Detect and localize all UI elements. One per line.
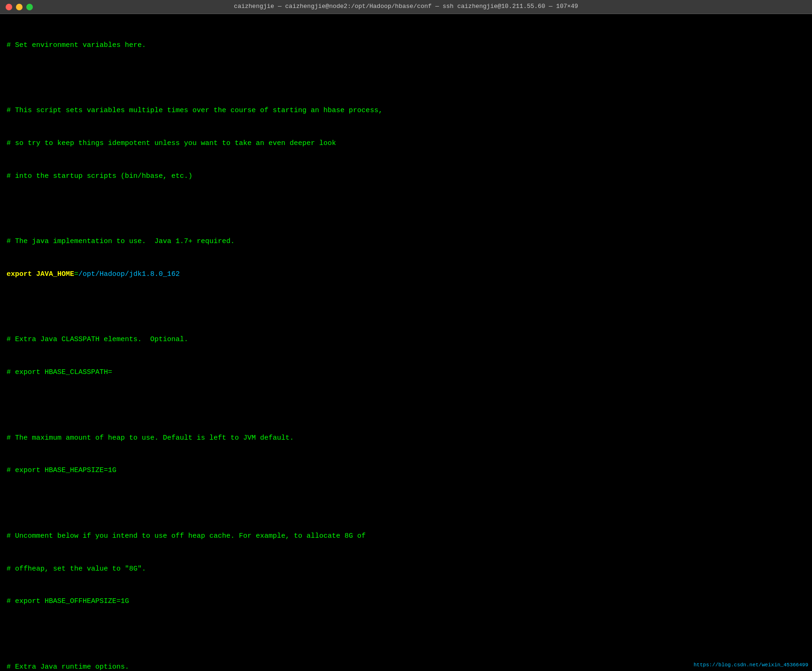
- line-11: # export HBASE_CLASSPATH=: [7, 367, 805, 378]
- line-5: # into the startup scripts (bin/hbase, e…: [7, 171, 805, 182]
- line-20: # Extra Java runtime options.: [7, 662, 805, 671]
- line-1: # Set environment variables here.: [7, 40, 805, 51]
- empty-line-6: [7, 629, 805, 640]
- title-bar: caizhengjie — caizhengjie@node2:/opt/Had…: [0, 0, 812, 14]
- equals: =: [74, 270, 78, 278]
- terminal-content: # Set environment variables here. # This…: [0, 14, 812, 671]
- empty-line-5: [7, 498, 805, 509]
- minimize-button[interactable]: [16, 4, 23, 10]
- line-13: # The maximum amount of heap to use. Def…: [7, 433, 805, 443]
- line-17: # offheap, set the value to "8G".: [7, 564, 805, 574]
- empty-line-2: [7, 203, 805, 214]
- line-8: export JAVA_HOME=/opt/Hadoop/jdk1.8.0_16…: [7, 269, 805, 280]
- line-16: # Uncomment below if you intend to use o…: [7, 531, 805, 541]
- window-controls: [6, 4, 33, 10]
- line-18: # export HBASE_OFFHEAPSIZE=1G: [7, 596, 805, 607]
- line-3: # This script sets variables multiple ti…: [7, 105, 805, 116]
- empty-line-4: [7, 400, 805, 411]
- bottom-link: https://blog.csdn.net/weixin_45366499: [694, 661, 808, 669]
- line-14: # export HBASE_HEAPSIZE=1G: [7, 465, 805, 476]
- line-4: # so try to keep things idempotent unles…: [7, 138, 805, 149]
- empty-line-3: [7, 302, 805, 313]
- java-home-varname: JAVA_HOME: [36, 270, 74, 278]
- window-title: caizhengjie — caizhengjie@node2:/opt/Had…: [234, 2, 578, 11]
- maximize-button[interactable]: [26, 4, 33, 10]
- java-home-value: /opt/Hadoop/jdk1.8.0_162: [78, 270, 180, 278]
- export-keyword: export: [7, 270, 36, 278]
- line-7: # The java implementation to use. Java 1…: [7, 236, 805, 247]
- close-button[interactable]: [6, 4, 12, 10]
- line-10: # Extra Java CLASSPATH elements. Optiona…: [7, 334, 805, 345]
- empty-line: [7, 72, 805, 83]
